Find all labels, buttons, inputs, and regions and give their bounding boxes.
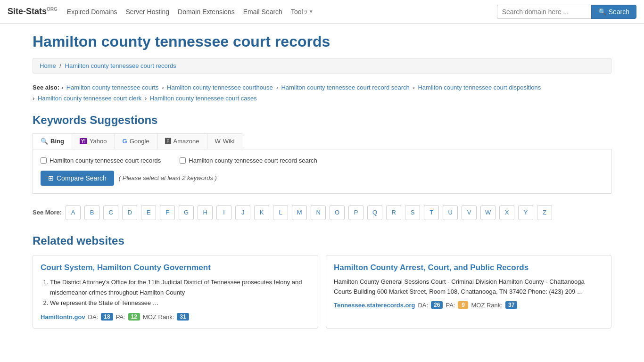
keyword-label-0: Hamilton county tennessee court records [50, 157, 161, 164]
letter-x[interactable]: X [499, 205, 514, 220]
keyword-checkbox-0[interactable] [41, 157, 47, 164]
tab-wiki-label: Wiki [223, 138, 235, 145]
list-item: The District Attorney's Office for the 1… [50, 277, 310, 298]
tab-google[interactable]: G Google [115, 133, 157, 149]
tab-wiki[interactable]: W Wiki [207, 133, 243, 149]
letter-g[interactable]: G [179, 205, 194, 220]
bing-icon: 🔍 [41, 138, 48, 145]
da-badge-0: 18 [101, 313, 113, 321]
related-title: Related websites [33, 234, 611, 247]
related-card-desc-1: Hamilton County General Sessions Court -… [334, 277, 603, 297]
letter-j[interactable]: J [235, 205, 250, 220]
breadcrumb-current[interactable]: Hamilton county tennessee court records [65, 62, 176, 69]
brand-logo: Site-StatsORG [8, 7, 58, 16]
moz-badge-1: 37 [505, 301, 517, 309]
moz-badge-0: 31 [177, 313, 189, 321]
nav-tool[interactable]: Tool 9 ▼ [291, 8, 314, 16]
letter-d[interactable]: D [122, 205, 137, 220]
letter-c[interactable]: C [103, 205, 118, 220]
compare-button-label: Compare Search [57, 174, 107, 182]
related-card-title-0[interactable]: Court System, Hamilton County Government [41, 263, 310, 272]
letter-f[interactable]: F [160, 205, 175, 220]
tab-amazone[interactable]: 🅰 Amazone [157, 133, 207, 149]
moz-label-0: MOZ Rank: [143, 313, 174, 321]
compare-hint: ( Please select at least 2 keywords ) [119, 174, 217, 181]
search-button-label: Search [609, 8, 629, 16]
list-item: We represent the State of Tennessee … [50, 298, 310, 308]
search-input[interactable] [497, 5, 591, 19]
see-also-link-3[interactable]: Hamilton county tennessee court disposit… [418, 84, 541, 91]
nav-email-search[interactable]: Email Search [243, 8, 282, 16]
letter-a[interactable]: A [66, 205, 81, 220]
related-card-1: Hamilton County Arrest, Court, and Publi… [326, 255, 611, 329]
letter-h[interactable]: H [198, 205, 213, 220]
tab-google-label: Google [130, 138, 149, 145]
keyword-checkbox-1[interactable] [180, 157, 186, 164]
related-card-list-0: The District Attorney's Office for the 1… [41, 277, 310, 308]
card-domain-1[interactable]: Tennessee.staterecords.org [334, 302, 415, 309]
chevron-down-icon: ▼ [309, 9, 314, 14]
related-card-0: Court System, Hamilton County Government… [33, 255, 318, 329]
card-domain-0[interactable]: Hamiltontn.gov [41, 313, 85, 321]
tab-bing-label: Bing [50, 138, 64, 145]
compare-search-button[interactable]: ⊞ Compare Search [41, 171, 114, 186]
search-button[interactable]: 🔍 Search [591, 5, 636, 19]
letter-i[interactable]: I [216, 205, 231, 220]
search-bar: 🔍 Search [497, 5, 636, 19]
letter-p[interactable]: P [348, 205, 363, 220]
tab-yahoo[interactable]: Y! Yahoo [72, 133, 115, 149]
see-more-section: See More: A B C D E F G H I J K L M N O … [33, 205, 611, 220]
keyword-item-0[interactable]: Hamilton county tennessee court records [41, 157, 161, 164]
related-grid: Court System, Hamilton County Government… [33, 255, 611, 329]
see-also-link-0[interactable]: Hamilton county tennessee courts [66, 84, 159, 91]
letter-o[interactable]: O [330, 205, 345, 220]
see-more-label: See More: [33, 209, 62, 216]
letter-b[interactable]: B [84, 205, 99, 220]
see-also-label: See also: [33, 84, 59, 91]
see-also-arrow: › [61, 84, 65, 91]
letter-y[interactable]: Y [518, 205, 533, 220]
letter-s[interactable]: S [405, 205, 420, 220]
letter-e[interactable]: E [141, 205, 156, 220]
google-icon: G [123, 138, 127, 145]
breadcrumb: Home / Hamilton county tennessee court r… [33, 58, 611, 74]
letter-q[interactable]: Q [367, 205, 382, 220]
keywords-title: Keywords Suggestions [33, 114, 611, 127]
letter-w[interactable]: W [480, 205, 495, 220]
tool-label: Tool [291, 8, 303, 16]
related-card-title-1[interactable]: Hamilton County Arrest, Court, and Publi… [334, 263, 603, 272]
nav-server-hosting[interactable]: Server Hosting [125, 8, 169, 16]
see-also-link-1[interactable]: Hamilton county tennessee courthouse [167, 84, 273, 91]
brand-name: Site-Stats [8, 7, 47, 16]
letter-z[interactable]: Z [537, 205, 552, 220]
keyword-label-1: Hamilton county tennessee court record s… [189, 157, 317, 164]
letter-u[interactable]: U [443, 205, 458, 220]
nav-expired-domains[interactable]: Expired Domains [67, 8, 117, 16]
brand-sup: ORG [47, 7, 58, 12]
letter-r[interactable]: R [386, 205, 401, 220]
see-also-link-4[interactable]: Hamilton county tennessee court clerk [38, 95, 141, 102]
see-also-link-2[interactable]: Hamilton county tennessee court record s… [281, 84, 409, 91]
tab-yahoo-label: Yahoo [90, 138, 107, 145]
letter-n[interactable]: N [311, 205, 326, 220]
letter-k[interactable]: K [254, 205, 269, 220]
letter-v[interactable]: V [462, 205, 477, 220]
letter-m[interactable]: M [292, 205, 307, 220]
nav-domain-extensions[interactable]: Domain Extensions [178, 8, 235, 16]
main-content: Hamilton county tennessee court records … [25, 24, 619, 338]
breadcrumb-home[interactable]: Home [40, 62, 56, 69]
letter-l[interactable]: L [273, 205, 288, 220]
tab-bing[interactable]: 🔍 Bing [33, 133, 72, 149]
card-footer-1: Tennessee.staterecords.org DA: 26 PA: 9 … [334, 301, 603, 309]
moz-label-1: MOZ Rank: [471, 302, 502, 309]
breadcrumb-separator: / [59, 62, 63, 69]
amazon-icon: 🅰 [165, 138, 171, 145]
see-also-link-5[interactable]: Hamilton county tennessee court cases [150, 95, 257, 102]
tab-amazone-label: Amazone [173, 138, 199, 145]
compare-row: ⊞ Compare Search ( Please select at leas… [41, 171, 603, 186]
keyword-item-1[interactable]: Hamilton county tennessee court record s… [180, 157, 317, 164]
da-label-1: DA: [418, 302, 428, 309]
tool-badge: 9 [305, 9, 307, 15]
yahoo-icon: Y! [80, 138, 87, 144]
letter-t[interactable]: T [424, 205, 439, 220]
